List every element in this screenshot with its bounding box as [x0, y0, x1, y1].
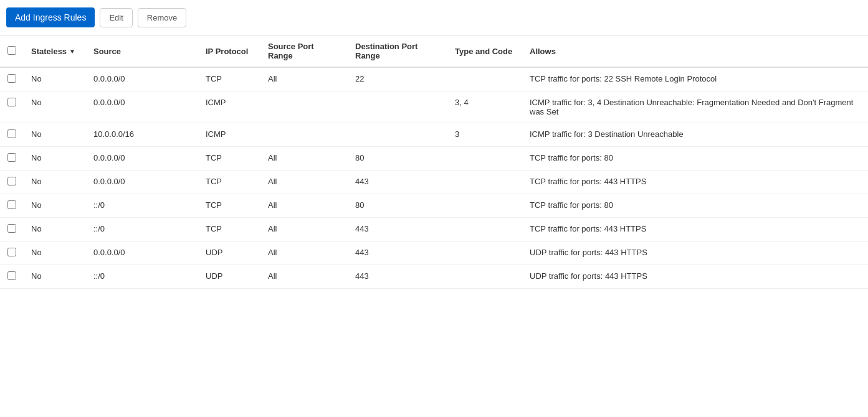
table-row: No10.0.0.0/16ICMP3ICMP traffic for: 3 De… [0, 123, 868, 147]
destination-port-range-cell: 22 [348, 67, 447, 91]
allows-cell: TCP traffic for ports: 443 HTTPS [522, 218, 868, 241]
row-checkbox-cell [0, 171, 24, 194]
destination-port-range-cell: 80 [348, 147, 447, 171]
source-port-range-cell [260, 91, 348, 123]
row-checkbox-cell [0, 194, 24, 218]
table-row: No0.0.0.0/0UDPAll443UDP traffic for port… [0, 241, 868, 265]
row-checkbox-cell [0, 218, 24, 241]
allows-cell: ICMP traffic for: 3 Destination Unreacha… [522, 123, 868, 147]
protocol-cell: TCP [198, 218, 260, 241]
destination-port-range-cell [348, 91, 447, 123]
protocol-cell: TCP [198, 171, 260, 194]
table-row: No0.0.0.0/0ICMP3, 4ICMP traffic for: 3, … [0, 91, 868, 123]
allows-cell: UDP traffic for ports: 443 HTTPS [522, 265, 868, 289]
table-row: No0.0.0.0/0TCPAll80TCP traffic for ports… [0, 147, 868, 171]
edit-button[interactable]: Edit [100, 8, 132, 27]
protocol-cell: UDP [198, 265, 260, 289]
stateless-cell: No [24, 265, 86, 289]
protocol-cell: ICMP [198, 91, 260, 123]
source-cell: ::/0 [86, 194, 198, 218]
stateless-column-header[interactable]: Stateless ▼ [24, 35, 86, 68]
row-checkbox-cell [0, 91, 24, 123]
row-checkbox[interactable] [7, 153, 16, 162]
source-port-range-cell: All [260, 171, 348, 194]
allows-cell: TCP traffic for ports: 22 SSH Remote Log… [522, 67, 868, 91]
protocol-cell: TCP [198, 67, 260, 91]
source-cell: ::/0 [86, 218, 198, 241]
protocol-cell: ICMP [198, 123, 260, 147]
row-checkbox[interactable] [7, 248, 16, 256]
source-cell: 0.0.0.0/0 [86, 171, 198, 194]
row-checkbox[interactable] [7, 200, 16, 209]
type-and-code-cell [447, 241, 522, 265]
destination-port-range-cell: 443 [348, 241, 447, 265]
type-and-code-column-header: Type and Code [447, 35, 522, 68]
type-and-code-cell [447, 67, 522, 91]
ip-protocol-column-header: IP Protocol [198, 35, 260, 68]
row-checkbox-cell [0, 265, 24, 289]
type-and-code-cell [447, 194, 522, 218]
add-ingress-rules-button[interactable]: Add Ingress Rules [6, 7, 95, 27]
source-port-range-cell: All [260, 67, 348, 91]
allows-cell: TCP traffic for ports: 80 [522, 147, 868, 171]
allows-column-header: Allows [522, 35, 868, 68]
ingress-rules-table: Stateless ▼ Source IP Protocol Source Po… [0, 35, 868, 289]
destination-port-range-column-header: Destination Port Range [348, 35, 447, 68]
source-port-range-cell: All [260, 194, 348, 218]
row-checkbox[interactable] [7, 177, 16, 185]
source-cell: 10.0.0.0/16 [86, 123, 198, 147]
row-checkbox-cell [0, 67, 24, 91]
type-and-code-cell [447, 147, 522, 171]
allows-cell: ICMP traffic for: 3, 4 Destination Unrea… [522, 91, 868, 123]
source-cell: 0.0.0.0/0 [86, 91, 198, 123]
type-and-code-cell: 3 [447, 123, 522, 147]
stateless-cell: No [24, 194, 86, 218]
row-checkbox[interactable] [7, 224, 16, 233]
allows-cell: TCP traffic for ports: 443 HTTPS [522, 171, 868, 194]
allows-cell: UDP traffic for ports: 443 HTTPS [522, 241, 868, 265]
stateless-cell: No [24, 123, 86, 147]
select-all-checkbox[interactable] [7, 46, 16, 55]
source-port-range-cell: All [260, 241, 348, 265]
table-row: No::/0UDPAll443UDP traffic for ports: 44… [0, 265, 868, 289]
stateless-cell: No [24, 91, 86, 123]
source-cell: 0.0.0.0/0 [86, 241, 198, 265]
destination-port-range-cell: 443 [348, 171, 447, 194]
protocol-cell: UDP [198, 241, 260, 265]
stateless-label: Stateless [31, 47, 67, 56]
row-checkbox[interactable] [7, 271, 16, 280]
type-and-code-cell [447, 218, 522, 241]
source-column-header: Source [86, 35, 198, 68]
destination-port-range-cell: 80 [348, 194, 447, 218]
source-cell: 0.0.0.0/0 [86, 147, 198, 171]
source-port-range-column-header: Source Port Range [260, 35, 348, 68]
source-port-range-cell: All [260, 265, 348, 289]
row-checkbox[interactable] [7, 74, 16, 83]
select-all-header[interactable] [0, 35, 24, 68]
row-checkbox-cell [0, 147, 24, 171]
table-row: No0.0.0.0/0TCPAll443TCP traffic for port… [0, 171, 868, 194]
source-cell: ::/0 [86, 265, 198, 289]
stateless-cell: No [24, 147, 86, 171]
row-checkbox-cell [0, 123, 24, 147]
allows-cell: TCP traffic for ports: 80 [522, 194, 868, 218]
row-checkbox[interactable] [7, 98, 16, 106]
stateless-sort-icon: ▼ [69, 48, 75, 55]
destination-port-range-cell: 443 [348, 218, 447, 241]
stateless-cell: No [24, 67, 86, 91]
stateless-cell: No [24, 218, 86, 241]
source-cell: 0.0.0.0/0 [86, 67, 198, 91]
type-and-code-cell [447, 171, 522, 194]
type-and-code-cell [447, 265, 522, 289]
row-checkbox[interactable] [7, 129, 16, 138]
destination-port-range-cell: 443 [348, 265, 447, 289]
protocol-cell: TCP [198, 147, 260, 171]
row-checkbox-cell [0, 241, 24, 265]
table-row: No::/0TCPAll80TCP traffic for ports: 80 [0, 194, 868, 218]
stateless-cell: No [24, 241, 86, 265]
stateless-cell: No [24, 171, 86, 194]
source-port-range-cell [260, 123, 348, 147]
type-and-code-cell: 3, 4 [447, 91, 522, 123]
remove-button[interactable]: Remove [138, 8, 186, 27]
table-row: No0.0.0.0/0TCPAll22TCP traffic for ports… [0, 67, 868, 91]
